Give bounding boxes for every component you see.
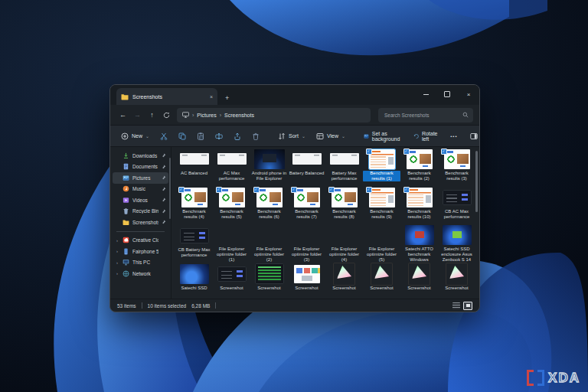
sidebar-item[interactable]: › This PC bbox=[113, 257, 168, 269]
file-thumbnail: ✓ bbox=[289, 224, 325, 246]
sidebar-item[interactable]: Downloads bbox=[113, 150, 168, 162]
file-thumbnail: ✓ bbox=[439, 263, 475, 285]
file-item[interactable]: ✓ Screenshot bbox=[363, 263, 400, 301]
chevron-right-icon[interactable]: › bbox=[115, 260, 119, 265]
sidebar-item[interactable]: › Creative Cloud F bbox=[113, 235, 168, 247]
file-item[interactable]: ✓ Screenshot bbox=[250, 263, 288, 301]
sidebar-item[interactable]: Pictures bbox=[113, 172, 168, 184]
file-item[interactable]: ✓ Screenshot bbox=[438, 263, 475, 301]
file-item[interactable]: ✓ AC Max performance bbox=[213, 148, 250, 186]
selection-checkbox[interactable]: ✓ bbox=[441, 149, 447, 155]
file-item[interactable]: ✓ Benchmark results (2) bbox=[400, 148, 438, 186]
file-item[interactable]: ✓ Screenshot bbox=[288, 263, 325, 301]
set-as-background-button[interactable]: Set as background bbox=[359, 129, 407, 144]
file-item[interactable]: ✓ Benchmark results (8) bbox=[325, 186, 363, 224]
sidebar-item[interactable]: › Network bbox=[113, 268, 168, 279]
search-box[interactable] bbox=[378, 108, 473, 122]
selection-checkbox[interactable]: ✓ bbox=[328, 187, 335, 193]
file-item[interactable]: ✓ Battery Max performance bbox=[325, 148, 363, 186]
up-button[interactable]: ↑ bbox=[145, 108, 158, 122]
file-item[interactable]: ✓ CB AC Max performance bbox=[438, 186, 475, 224]
sidebar-item[interactable]: › Fairphone 5 5G bbox=[113, 246, 168, 257]
selection-checkbox[interactable]: ✓ bbox=[366, 187, 372, 193]
search-input[interactable] bbox=[383, 112, 459, 119]
cut-button[interactable] bbox=[155, 130, 172, 142]
copy-button[interactable] bbox=[174, 130, 191, 142]
selection-checkbox[interactable]: ✓ bbox=[403, 149, 410, 155]
sidebar-item-icon bbox=[122, 270, 129, 277]
selection-checkbox[interactable]: ✓ bbox=[178, 187, 185, 193]
refresh-button[interactable] bbox=[160, 108, 173, 122]
chevron-right-icon[interactable]: › bbox=[115, 249, 119, 253]
rotate-left-button[interactable]: Rotate left bbox=[409, 129, 445, 144]
tab-screenshots[interactable]: Screenshots × bbox=[116, 88, 217, 105]
file-name: Screenshot bbox=[438, 286, 475, 291]
file-name: Benchmark results (1) bbox=[363, 171, 400, 181]
selection-checkbox[interactable]: ✓ bbox=[366, 149, 372, 155]
file-item[interactable]: ✓ Screenshot bbox=[400, 263, 438, 301]
icons-view-toggle[interactable] bbox=[463, 302, 472, 310]
file-item[interactable]: ✓ Satechi SSD bbox=[175, 263, 213, 301]
breadcrumb[interactable]: › Pictures › Screenshots bbox=[177, 108, 371, 122]
file-item[interactable]: ✓ Benchmark results (5) bbox=[213, 186, 250, 224]
content-scrollbar[interactable] bbox=[475, 151, 478, 212]
tab-close-icon[interactable]: × bbox=[210, 94, 213, 100]
chevron-right-icon[interactable]: › bbox=[115, 238, 119, 243]
selection-checkbox[interactable]: ✓ bbox=[253, 187, 260, 193]
sidebar-item[interactable]: Recycle Bin bbox=[113, 206, 168, 217]
file-item[interactable]: ✓ CB Battery Max performance bbox=[175, 224, 213, 263]
sort-button[interactable]: Sort ⌄ bbox=[273, 130, 310, 142]
chevron-right-icon[interactable]: › bbox=[115, 271, 119, 276]
sidebar-item[interactable]: Documents bbox=[113, 162, 168, 173]
file-item[interactable]: ✓ Benchmark results (7) bbox=[288, 186, 325, 224]
file-item[interactable]: ✓ AC Balanced bbox=[175, 148, 213, 186]
file-item[interactable]: ✓ File Explorer optimize folder (2) bbox=[250, 224, 288, 263]
paste-button[interactable] bbox=[192, 130, 209, 142]
delete-button[interactable] bbox=[247, 130, 264, 142]
command-toolbar: New ⌄ Sort ⌄ View ⌄ bbox=[110, 125, 479, 147]
more-options-button[interactable]: ••• bbox=[446, 132, 462, 141]
selection-checkbox[interactable]: ✓ bbox=[403, 187, 410, 193]
file-name: CB Battery Max performance bbox=[175, 247, 213, 258]
file-item[interactable]: ✓ File Explorer optimize folder (1) bbox=[213, 224, 250, 263]
new-button[interactable]: New ⌄ bbox=[116, 130, 154, 142]
file-item[interactable]: ✓ Satechi SSD enclosure Asus Zenbook S 1… bbox=[438, 224, 475, 263]
file-item[interactable]: ✓ Screenshot bbox=[213, 263, 250, 301]
file-item[interactable]: ✓ Benchmark results (4) bbox=[175, 186, 213, 224]
file-item[interactable]: ✓ Benchmark results (6) bbox=[250, 186, 288, 224]
details-pane-button[interactable]: Details bbox=[466, 130, 480, 142]
file-thumbnail: ✓ bbox=[439, 148, 475, 170]
view-button[interactable]: View ⌄ bbox=[312, 130, 350, 142]
sidebar-item[interactable]: Screenshots bbox=[113, 217, 168, 228]
new-tab-button[interactable]: + bbox=[225, 94, 229, 102]
file-item[interactable]: ✓ Benchmark results (9) bbox=[363, 186, 400, 224]
file-name: Benchmark results (9) bbox=[363, 209, 400, 220]
file-item[interactable]: ✓ File Explorer optimize folder (3) bbox=[288, 224, 325, 263]
file-item[interactable]: ✓ Battery Balanced bbox=[288, 148, 325, 186]
share-button[interactable] bbox=[229, 130, 246, 142]
file-name: CB AC Max performance bbox=[438, 209, 475, 220]
breadcrumb-item-pictures[interactable]: Pictures bbox=[197, 113, 216, 118]
sidebar-item[interactable]: Videos bbox=[113, 194, 168, 206]
image-icon bbox=[364, 132, 369, 140]
minimize-button[interactable] bbox=[415, 85, 436, 103]
back-button[interactable]: ← bbox=[116, 108, 129, 122]
file-item[interactable]: ✓ Screenshot bbox=[325, 263, 363, 301]
sidebar-item[interactable]: Music bbox=[113, 184, 168, 195]
details-view-toggle[interactable] bbox=[452, 302, 460, 309]
forward-button[interactable]: → bbox=[131, 108, 144, 122]
breadcrumb-item-screenshots[interactable]: Screenshots bbox=[224, 113, 254, 118]
file-item[interactable]: ✓ Android phone in File Explorer bbox=[250, 148, 288, 186]
rename-button[interactable] bbox=[211, 130, 227, 142]
file-item[interactable]: ✓ Benchmark results (10) bbox=[400, 186, 438, 224]
selection-checkbox[interactable]: ✓ bbox=[216, 187, 222, 193]
selection-checkbox[interactable]: ✓ bbox=[291, 187, 297, 193]
maximize-button[interactable] bbox=[436, 85, 458, 103]
file-item[interactable]: ✓ Benchmark results (1) bbox=[363, 148, 400, 186]
file-item[interactable]: ✓ File Explorer optimize folder (5) bbox=[363, 224, 400, 263]
close-button[interactable]: × bbox=[458, 85, 479, 103]
file-item[interactable]: ✓ File Explorer optimize folder (4) bbox=[325, 224, 363, 263]
file-item[interactable]: ✓ Satechi ATTO benchmark Windows bbox=[400, 224, 438, 263]
file-grid: ✓ AC Balanced ✓ AC Max performance bbox=[175, 148, 475, 301]
file-item[interactable]: ✓ Benchmark results (3) bbox=[438, 148, 475, 186]
